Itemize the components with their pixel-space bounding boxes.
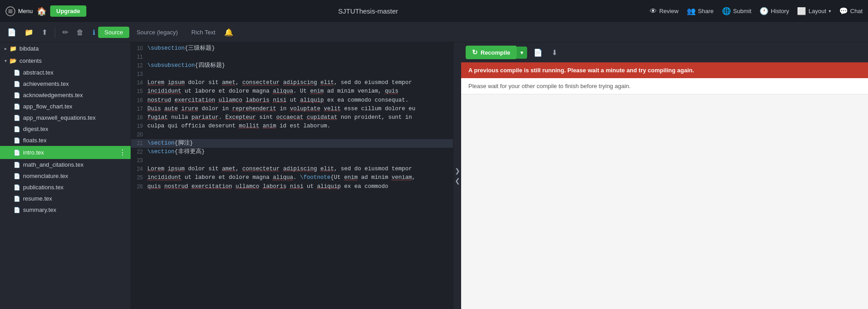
tab-richtext[interactable]: Rich Text bbox=[185, 27, 222, 38]
preview-toolbar: ↻ Recompile ▾ 📄 ⬇ bbox=[461, 42, 868, 62]
file-options-icon[interactable]: ⋮ bbox=[119, 148, 126, 157]
recompile-dropdown[interactable]: ▾ bbox=[517, 47, 527, 59]
sidebar-folder-contents[interactable]: ▾ 📂 contents bbox=[0, 55, 131, 67]
line-number: 22 bbox=[131, 148, 147, 156]
layout-dropdown-icon: ▾ bbox=[829, 9, 831, 14]
upgrade-button[interactable]: Upgrade bbox=[50, 5, 87, 17]
editor-line-22: 22 \section{非得更高} bbox=[131, 148, 461, 156]
sidebar-folder-bibdata[interactable]: ▸ 📁 bibdata bbox=[0, 42, 131, 55]
line-content[interactable] bbox=[147, 131, 461, 139]
sidebar-file-intro[interactable]: 📄 intro.tex ⋮ bbox=[0, 146, 131, 159]
line-number: 23 bbox=[131, 156, 147, 165]
line-content[interactable]: \subsubsection{四级标题} bbox=[147, 61, 461, 70]
sidebar-file-abstract[interactable]: 📄 abstract.tex bbox=[0, 67, 131, 78]
compile-error-subtext: Please wait for your other compile to fi… bbox=[461, 78, 868, 94]
recompile-button[interactable]: ↻ Recompile bbox=[466, 46, 517, 59]
chat-label: Chat bbox=[850, 8, 863, 14]
editor-line-26: 26 quis nostrud exercitation ullamco lab… bbox=[131, 183, 461, 191]
file-icon: 📄 bbox=[14, 92, 20, 98]
editor-line-15: 15 incididunt ut labore et dolore magna … bbox=[131, 87, 461, 96]
line-content[interactable]: Lorem ipsum dolor sit amet, consectetur … bbox=[147, 165, 461, 173]
line-number: 21 bbox=[131, 139, 147, 148]
editor-tabs: ℹ Source Source (legacy) Rich Text 🔔 bbox=[93, 27, 233, 38]
file-label: intro.tex bbox=[23, 149, 44, 156]
file-icon: 📄 bbox=[14, 173, 20, 179]
file-icon: 📄 bbox=[14, 207, 20, 213]
preview-doc-button[interactable]: 📄 bbox=[531, 47, 545, 59]
error-sub-text: Please wait for your other compile to fi… bbox=[468, 83, 631, 89]
file-label: abstract.tex bbox=[23, 69, 53, 76]
line-number: 20 bbox=[131, 131, 147, 139]
history-button[interactable]: 🕐 History bbox=[760, 7, 789, 15]
submit-label: Submit bbox=[733, 8, 751, 14]
scroll-right-arrow[interactable]: ❯ bbox=[453, 167, 461, 175]
editor-line-17: 17 Duis aute irure dolor in reprehenderi… bbox=[131, 105, 461, 113]
file-label: publications.tex bbox=[23, 184, 64, 191]
line-content[interactable] bbox=[147, 53, 461, 61]
line-number: 26 bbox=[131, 183, 147, 191]
sidebar-file-math-citations[interactable]: 📄 math_and_citations.tex bbox=[0, 159, 131, 170]
line-content[interactable]: culpa qui officia deserunt mollit anim i… bbox=[147, 122, 461, 131]
submit-button[interactable]: 🌐 Submit bbox=[722, 7, 751, 15]
sidebar-file-floats[interactable]: 📄 floats.tex bbox=[0, 135, 131, 146]
file-label: resume.tex bbox=[23, 195, 52, 202]
pencil-button[interactable]: ✏ bbox=[60, 26, 71, 38]
sidebar-file-achievements[interactable]: 📄 achievements.tex bbox=[0, 78, 131, 89]
review-button[interactable]: 👁 Review bbox=[650, 7, 679, 15]
line-content[interactable]: incididunt ut labore et dolore magna ali… bbox=[147, 87, 461, 96]
line-content[interactable]: fugiat nulla pariatur. Excepteur sint oc… bbox=[147, 113, 461, 122]
sidebar-file-app-flow-chart[interactable]: 📄 app_flow_chart.tex bbox=[0, 101, 131, 112]
line-content[interactable]: \section{脚注} bbox=[147, 139, 461, 148]
file-icon: 📄 bbox=[14, 70, 20, 76]
layout-button[interactable]: ⬜ Layout ▾ bbox=[797, 7, 830, 15]
folder-icon: 📁 bbox=[9, 45, 17, 52]
folder-chevron-icon: ▸ bbox=[5, 46, 7, 51]
file-active-icon: 📄 bbox=[14, 150, 20, 156]
editor-line-18: 18 fugiat nulla pariatur. Excepteur sint… bbox=[131, 113, 461, 122]
tab-source[interactable]: Source bbox=[98, 27, 129, 38]
editor-scroll-arrows: ❯ ❮ bbox=[453, 42, 461, 309]
file-icon: 📄 bbox=[14, 103, 20, 110]
menu-icon bbox=[5, 6, 15, 16]
line-content[interactable]: Lorem ipsum dolor sit amet, consectetur … bbox=[147, 79, 461, 87]
home-button[interactable]: 🏠 bbox=[37, 6, 47, 16]
line-content[interactable]: incididunt ut labore et dolore magna ali… bbox=[147, 173, 461, 182]
menu-button[interactable]: Menu bbox=[5, 6, 33, 16]
editor-scroll[interactable]: 10 \subsection{三级标题} 11 12 \subsubsectio… bbox=[131, 42, 461, 309]
tab-source-legacy[interactable]: Source (legacy) bbox=[130, 27, 184, 38]
editor-line-13: 13 bbox=[131, 70, 461, 79]
file-label: app_maxwell_equations.tex bbox=[23, 114, 95, 121]
file-label: acknowledgements.tex bbox=[23, 92, 83, 98]
line-content[interactable]: Duis aute irure dolor in reprehenderit i… bbox=[147, 105, 461, 113]
line-content[interactable]: quis nostrud exercitation ullamco labori… bbox=[147, 183, 461, 191]
sidebar-file-app-maxwell[interactable]: 📄 app_maxwell_equations.tex bbox=[0, 112, 131, 123]
file-icon: 📄 bbox=[14, 137, 20, 144]
project-title: SJTUThesis-master bbox=[90, 7, 646, 15]
delete-button[interactable]: 🗑 bbox=[74, 27, 86, 38]
scroll-left-arrow[interactable]: ❮ bbox=[453, 177, 461, 185]
review-icon: 👁 bbox=[650, 7, 657, 15]
line-content[interactable] bbox=[147, 70, 461, 79]
review-label: Review bbox=[659, 8, 679, 14]
sidebar-file-nomenclature[interactable]: 📄 nomenclature.tex bbox=[0, 170, 131, 182]
share-button[interactable]: 👥 Share bbox=[687, 7, 714, 15]
layout-icon: ⬜ bbox=[797, 7, 806, 15]
line-content[interactable]: \subsection{三级标题} bbox=[147, 44, 461, 53]
sidebar-file-acknowledgements[interactable]: 📄 acknowledgements.tex bbox=[0, 89, 131, 101]
share-icon: 👥 bbox=[687, 7, 696, 15]
chat-button[interactable]: 💬 Chat bbox=[839, 7, 863, 15]
new-file-button[interactable]: 📄 bbox=[5, 26, 19, 38]
sidebar-file-resume[interactable]: 📄 resume.tex bbox=[0, 193, 131, 204]
line-content[interactable] bbox=[147, 156, 461, 165]
nav-right-section: 👁 Review 👥 Share 🌐 Submit 🕐 History ⬜ La… bbox=[650, 7, 863, 15]
preview-download-button[interactable]: ⬇ bbox=[549, 47, 560, 59]
sidebar-file-publications[interactable]: 📄 publications.tex bbox=[0, 182, 131, 193]
sidebar-file-digest[interactable]: 📄 digest.tex bbox=[0, 123, 131, 135]
new-folder-button[interactable]: 📁 bbox=[22, 26, 36, 38]
line-content[interactable]: \section{非得更高} bbox=[147, 148, 461, 156]
upload-button[interactable]: ⬆ bbox=[39, 26, 50, 38]
sidebar-file-summary[interactable]: 📄 summary.tex bbox=[0, 204, 131, 215]
file-icon: 📄 bbox=[14, 184, 20, 191]
line-content[interactable]: nostrud exercitation ullamco laboris nis… bbox=[147, 96, 461, 105]
file-icon: 📄 bbox=[14, 81, 20, 87]
